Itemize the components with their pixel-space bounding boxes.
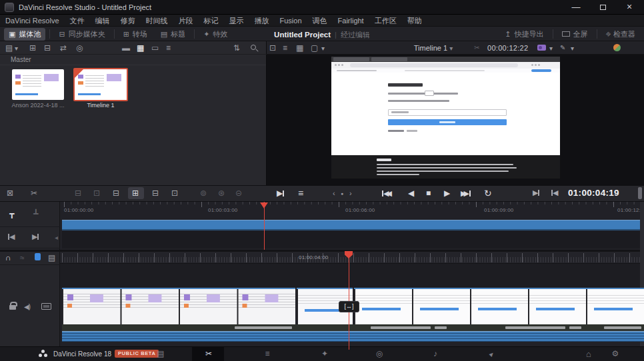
edit-mode-icon-2[interactable]: ⊡ [93, 189, 100, 197]
resolution-caret-icon[interactable]: ▾ [321, 45, 325, 52]
menu-workspace[interactable]: 工作区 [369, 15, 402, 27]
search-icon[interactable] [251, 45, 256, 50]
roll-left-tool-icon[interactable]: ◀ [8, 233, 15, 240]
overwrite-clip-icon[interactable]: ⊞ [132, 189, 139, 197]
camera-icon[interactable] [537, 45, 546, 51]
go-to-start-button[interactable]: ◀◀ [382, 189, 392, 197]
next-edit-icon[interactable]: ▶ [533, 189, 539, 196]
track-lock-icon[interactable] [9, 305, 16, 310]
settings-button[interactable]: ⚙ [608, 349, 623, 360]
timeline-scroll-handle[interactable] [638, 187, 642, 199]
go-to-end-button[interactable]: ▶▶ [461, 189, 471, 197]
tools-caret-icon[interactable]: ▾ [571, 45, 574, 52]
audio-track[interactable] [62, 331, 644, 342]
transitions-button[interactable]: ⊞ 转场 [119, 28, 152, 41]
edit-mode-icon-1[interactable]: ⊟ [75, 189, 81, 197]
menu-color[interactable]: 调色 [307, 15, 333, 27]
prev-marker-icon[interactable]: ‹ [333, 190, 335, 197]
fairlight-page-button[interactable]: ♪ [428, 349, 443, 360]
menu-app[interactable]: DaVinci Resolve [0, 15, 65, 27]
menu-fusion[interactable]: Fusion [275, 15, 307, 27]
menu-mark[interactable]: 标记 [199, 15, 224, 27]
bin-name[interactable]: Master [11, 56, 31, 63]
resolution-icon[interactable]: ▢ [311, 44, 318, 52]
marker-flag-icon[interactable] [35, 253, 41, 260]
menu-timeline[interactable]: 时间线 [141, 15, 173, 27]
mixer-icon[interactable]: ≡ [298, 188, 303, 198]
menu-clip[interactable]: 片段 [173, 15, 199, 27]
titles-button[interactable]: ▤ 标题 [156, 28, 190, 41]
next-marker-icon[interactable]: › [349, 190, 352, 197]
timeline-clip-selected[interactable] [73, 68, 128, 101]
list-view-icon[interactable]: ≡ [166, 44, 171, 52]
viewer-fit-icon[interactable]: ⊡ [269, 44, 276, 52]
grid-view-icon[interactable]: ▦ [137, 44, 144, 52]
minimize-button[interactable]: — [563, 0, 589, 15]
add-bin-icon[interactable]: ⊞ [29, 44, 36, 52]
prev-edit-icon[interactable]: ◀ [551, 189, 558, 196]
menu-edit[interactable]: 编辑 [90, 15, 115, 27]
dim-tool-icon-1[interactable]: ⊚ [200, 189, 207, 197]
bin-list-icon[interactable]: ▤ [5, 44, 13, 52]
tools-icon[interactable]: ✎ [560, 45, 565, 51]
fusion-page-button[interactable]: ✦ [317, 349, 332, 360]
color-page-button[interactable]: ◎ [372, 349, 387, 360]
fit-to-fill-icon[interactable]: ⊡ [171, 189, 178, 197]
snapping-magnet-icon[interactable]: ∩ [5, 254, 11, 262]
video-clip-filmstrip-1[interactable] [62, 288, 295, 324]
media-page-button[interactable]: ▤ [153, 349, 168, 360]
strip-view-icon[interactable]: ▬ [122, 44, 130, 52]
quick-export-button[interactable]: ↥ 快捷导出 [500, 28, 548, 41]
sync-icon[interactable]: ⇄ [60, 44, 67, 52]
dim-tool-icon-3[interactable]: ⊝ [235, 189, 242, 197]
split-clip-icon[interactable]: ✂ [31, 189, 37, 197]
close-button[interactable]: × [617, 0, 642, 15]
video-frame[interactable] [331, 57, 560, 179]
edit-page-button[interactable]: ≡ [260, 349, 275, 360]
match-cut-icon[interactable]: ✂ [474, 45, 479, 51]
smart-insert-icon[interactable]: ▶ [277, 189, 284, 197]
audio-trim-icon[interactable]: ≈ [20, 254, 25, 262]
smart-bin-icon[interactable]: ◎ [76, 44, 83, 52]
timeline-view-icon[interactable]: ⊠ [7, 189, 13, 197]
loop-button[interactable]: ↻ [484, 188, 492, 198]
overview-ruler[interactable] [62, 202, 644, 207]
trim-in-tool-icon[interactable]: ┳ [9, 210, 14, 218]
dim-tool-icon-2[interactable]: ⊛ [218, 189, 225, 197]
cut-page-button[interactable]: ✂ [201, 349, 216, 360]
media-pool-button[interactable]: ▣ 媒体池 [4, 28, 45, 41]
inspector-button[interactable]: ≡ 检查器 [601, 28, 640, 41]
menu-view[interactable]: 显示 [224, 15, 249, 27]
menu-playback[interactable]: 播放 [249, 15, 275, 27]
overview-lower-lane[interactable] [62, 231, 644, 248]
play-reverse-button[interactable]: ◀ [408, 189, 414, 197]
media-clip-thumbnail[interactable] [12, 69, 64, 100]
sync-bin-button[interactable]: ⊟ 同步媒体夹 [54, 28, 109, 41]
viewer-grid-icon[interactable]: ▦ [296, 44, 303, 52]
menu-trim[interactable]: 修剪 [115, 15, 141, 27]
insert-clip-icon[interactable]: ⊟ [113, 189, 119, 197]
viewer-options-icon[interactable]: ≡ [283, 44, 287, 52]
replace-clip-icon[interactable]: ⊟ [152, 189, 159, 197]
roll-right-tool-icon[interactable]: ▶ [32, 233, 39, 240]
camera-caret-icon[interactable]: ▾ [549, 45, 553, 52]
play-button[interactable]: ▶ [444, 189, 450, 197]
track-mute-icon[interactable]: ◀) [24, 304, 30, 310]
overview-video-track[interactable] [62, 220, 644, 230]
menu-help[interactable]: 帮助 [402, 15, 427, 27]
playhead-line[interactable] [349, 251, 349, 350]
clip-duration-timecode[interactable]: 00:00:12:22 [487, 44, 528, 52]
film-view-icon[interactable]: ▭ [151, 44, 159, 52]
trim-out-tool-icon[interactable]: ┻ [33, 210, 38, 218]
sort-icon[interactable]: ⇅ [233, 44, 240, 52]
viewer-timeline-select[interactable]: Timeline 1 ▾ [387, 44, 480, 52]
marker-dot-icon[interactable]: ● [341, 191, 343, 196]
video-clip-filmstrip-3[interactable] [354, 288, 644, 324]
effects-button[interactable]: ✦ 特效 [199, 28, 232, 41]
playhead-timecode[interactable]: 01:00:04:19 [568, 188, 641, 198]
track-monitor-icon[interactable] [41, 303, 51, 310]
bin-caret-icon[interactable]: ▾ [15, 45, 18, 52]
menu-file[interactable]: 文件 [65, 15, 90, 27]
maximize-button[interactable] [590, 0, 615, 15]
deliver-page-button[interactable]: ▲ [485, 349, 499, 360]
